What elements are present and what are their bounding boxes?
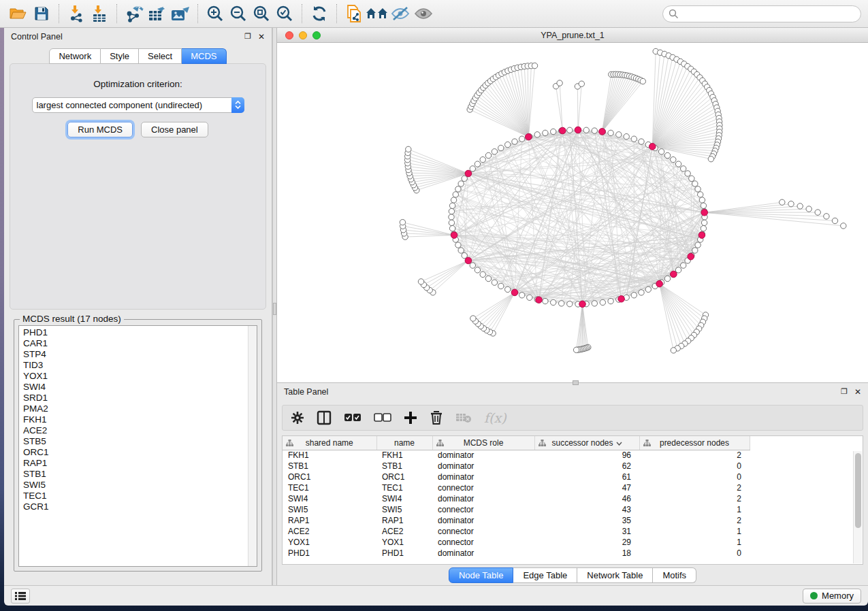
column-header-name[interactable]: name	[376, 436, 432, 450]
table-row[interactable]: SWI5SWI5connector431	[283, 504, 750, 515]
zoom-out-button[interactable]	[227, 3, 250, 24]
tab-mcds[interactable]: MCDS	[182, 48, 226, 64]
split-columns-button[interactable]	[317, 410, 332, 425]
table-row[interactable]: FKH1FKH1dominator962	[283, 450, 750, 461]
hide-selected-icon	[390, 5, 411, 22]
column-header-predecessor-nodes[interactable]: predecessor nodes	[639, 436, 750, 450]
table-row[interactable]: ACE2ACE2connector311	[283, 526, 750, 537]
list-item[interactable]: GCR1	[23, 501, 257, 512]
cell-successors: 31	[534, 526, 639, 537]
memory-button[interactable]: Memory	[803, 589, 861, 604]
list-item[interactable]: SWI5	[23, 480, 257, 491]
first-neighbors-button[interactable]	[366, 3, 389, 24]
list-item[interactable]: CAR1	[23, 338, 257, 349]
cell-role: dominator	[432, 515, 534, 526]
cell-role: dominator	[432, 450, 534, 461]
list-item[interactable]: STB5	[23, 436, 257, 447]
zoom-fit-button[interactable]	[250, 3, 273, 24]
table-row[interactable]: RAP1RAP1dominator352	[283, 515, 750, 526]
save-button[interactable]	[30, 3, 53, 24]
add-column-button[interactable]	[404, 411, 417, 425]
table-row[interactable]: YOX1YOX1connector291	[283, 537, 750, 548]
tab-network[interactable]: Network	[49, 48, 101, 64]
zoom-selected-button[interactable]	[273, 3, 296, 24]
tab-select[interactable]: Select	[139, 48, 182, 64]
export-network-button[interactable]	[123, 3, 146, 24]
tab-edge-table[interactable]: Edge Table	[513, 567, 577, 583]
table-scrollbar[interactable]	[853, 451, 862, 563]
list-item[interactable]: ORC1	[23, 447, 257, 458]
splitter-grip[interactable]	[273, 303, 276, 315]
clear-table-button[interactable]	[455, 412, 472, 424]
table-toolbar: f(x)	[282, 405, 863, 431]
column-header-shared-name[interactable]: shared name	[283, 436, 376, 450]
list-item[interactable]: PHD1	[23, 327, 257, 338]
refresh-button[interactable]	[308, 3, 331, 24]
tab-motifs[interactable]: Motifs	[653, 567, 696, 583]
network-canvas[interactable]	[277, 43, 868, 382]
column-header-successor-nodes[interactable]: successor nodes	[534, 436, 639, 450]
duplicate-network-button[interactable]	[342, 3, 366, 24]
table-row[interactable]: STB1STB1dominator620	[283, 461, 750, 472]
criterion-dropdown[interactable]: largest connected component (undirected)	[32, 97, 244, 113]
close-table-panel-icon[interactable]: ✕	[854, 387, 861, 397]
tab-network-table[interactable]: Network Table	[577, 567, 653, 583]
task-history-button[interactable]	[11, 589, 30, 604]
delete-column-button[interactable]	[430, 410, 443, 425]
search-field-wrap	[662, 5, 861, 22]
list-item[interactable]: FKH1	[23, 414, 257, 425]
close-panel-button[interactable]: Close panel	[141, 122, 208, 137]
list-item[interactable]: YOX1	[23, 371, 257, 382]
export-table-button[interactable]	[146, 3, 169, 24]
show-all-button[interactable]	[412, 3, 435, 24]
network-graph[interactable]	[277, 43, 867, 381]
select-all-button[interactable]	[344, 413, 361, 423]
float-panel-icon[interactable]: ❐	[244, 32, 251, 42]
mcds-result-list[interactable]: PHD1CAR1STP4TID3YOX1SWI4SRD1PMA2FKH1ACE2…	[18, 325, 257, 567]
search-icon	[669, 9, 679, 19]
run-mcds-button[interactable]: Run MCDS	[67, 122, 133, 137]
function-builder-button[interactable]: f(x)	[484, 410, 507, 425]
search-input[interactable]	[662, 5, 861, 22]
list-item[interactable]: RAP1	[23, 458, 257, 469]
import-network-button[interactable]	[65, 3, 88, 24]
network-window-titlebar[interactable]: YPA_prune.txt_1	[277, 28, 868, 43]
gear-button[interactable]	[291, 411, 304, 425]
list-item[interactable]: STP4	[23, 349, 257, 360]
list-item[interactable]: SWI4	[23, 382, 257, 393]
list-item[interactable]: STB1	[23, 469, 257, 480]
deselect-all-button[interactable]	[374, 413, 391, 423]
vertical-splitter[interactable]	[272, 28, 277, 585]
list-item[interactable]: SRD1	[23, 393, 257, 403]
float-table-panel-icon[interactable]: ❐	[841, 387, 848, 397]
main-toolbar	[0, 0, 868, 28]
duplicate-network-icon	[345, 4, 363, 23]
export-image-button[interactable]	[169, 3, 192, 24]
cell-role: dominator	[432, 493, 534, 504]
tab-style[interactable]: Style	[101, 48, 139, 64]
table-row[interactable]: TEC1TEC1connector472	[283, 482, 750, 493]
table-row[interactable]: PHD1PHD1dominator180	[283, 548, 750, 559]
shared-column-icon	[286, 440, 293, 447]
list-item[interactable]: TID3	[23, 360, 257, 371]
tab-node-table[interactable]: Node Table	[449, 567, 514, 583]
list-item[interactable]: ACE2	[23, 425, 257, 436]
hide-selected-button[interactable]	[389, 3, 412, 24]
network-window-title: YPA_prune.txt_1	[277, 31, 868, 40]
table-row[interactable]: SWI4SWI4dominator462	[283, 493, 750, 504]
cell-predecessors: 0	[639, 461, 750, 472]
zoom-in-button[interactable]	[204, 3, 227, 24]
list-item[interactable]: TEC1	[23, 491, 257, 501]
import-table-button[interactable]	[88, 3, 111, 24]
cell-successors: 18	[534, 548, 639, 559]
close-panel-icon[interactable]: ✕	[258, 32, 265, 42]
table-header-row[interactable]: shared namenameMCDS rolesuccessor nodesp…	[283, 436, 750, 450]
open-button[interactable]	[7, 3, 30, 24]
cell-role: connector	[432, 504, 534, 515]
table-row[interactable]: ORC1ORC1dominator610	[283, 472, 750, 482]
horizontal-splitter-grip[interactable]	[573, 380, 579, 385]
table-scrollbar-thumb[interactable]	[855, 453, 861, 528]
column-header-MCDS-role[interactable]: MCDS role	[432, 436, 534, 450]
list-item[interactable]: PMA2	[23, 403, 257, 414]
mcds-list-scrollbar[interactable]	[248, 326, 257, 566]
